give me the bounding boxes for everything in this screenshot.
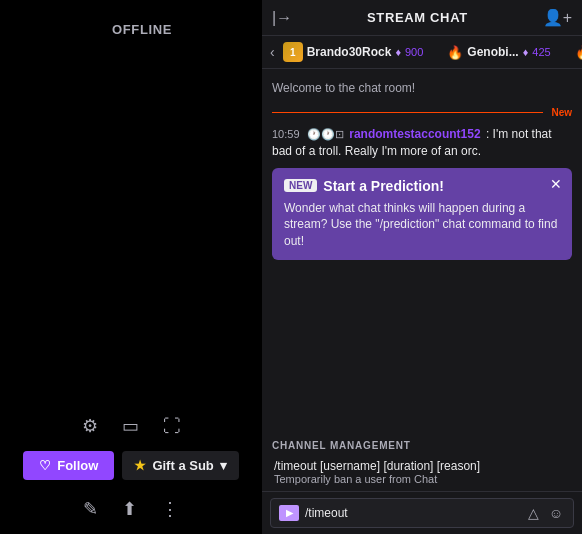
chat-messages-area: Welcome to the chat room! New 10:59 🕐🕐⊡ … [262,69,582,434]
gift-sub-button[interactable]: ★ Gift a Sub ▾ [122,451,238,480]
chat-text-input[interactable] [305,506,520,520]
chevron-down-icon: ▾ [220,458,227,473]
prediction-close-button[interactable]: ✕ [550,176,562,192]
star-icon: ★ [134,458,146,473]
new-messages-divider: New [272,107,572,118]
input-left-icon: ▶ [279,505,299,521]
command-name: /timeout [username] [duration] [reason] [274,459,570,473]
follow-button[interactable]: ♡ Follow [23,451,114,480]
command-suggestion[interactable]: /timeout [username] [duration] [reason] … [272,455,572,489]
input-emoji-icon[interactable]: ☺ [547,503,565,523]
offline-label: OFFLINE [112,22,172,37]
prediction-new-tag: NEW [284,179,317,192]
chatter-item: 1 Brando30Rock ♦ 900 [283,42,424,62]
chatter-name2: Genobi... [467,45,518,59]
chatters-row: ‹ 1 Brando30Rock ♦ 900 🔥 Genobi... ♦ 425… [262,36,582,69]
chatter-badge: 1 [283,42,303,62]
chat-collapse-icon[interactable]: |→ [272,9,292,27]
bits-icon3: 🔥 [575,45,582,60]
more-options-icon[interactable]: ⋮ [157,494,183,524]
bits-icon2: 🔥 [447,45,463,60]
prediction-body: Wonder what chat thinks will happen duri… [284,200,560,250]
chatters-prev-icon[interactable]: ‹ [270,44,275,60]
chat-message: 10:59 🕐🕐⊡ randomtestaccount152 : I'm not… [272,126,572,160]
bits-icon: ♦ [395,46,401,58]
prediction-title: Start a Prediction! [323,178,444,194]
heart-icon: ♡ [39,458,51,473]
chatter-item3: 🔥 OBFL4Y ♦ 318 [575,45,582,60]
bits-icon2: ♦ [523,46,529,58]
chatter-item: 🔥 Genobi... ♦ 425 [447,45,550,60]
input-upload-icon[interactable]: △ [526,503,541,523]
theater-mode-icon[interactable]: ▭ [118,411,143,441]
chat-input-area: ▶ △ ☺ [262,491,582,534]
divider-line [272,112,543,113]
chatter-bits2: 425 [532,46,550,58]
channel-management-section: CHANNEL MANAGEMENT /timeout [username] [… [262,434,582,491]
chat-settings-icon[interactable]: 👤+ [543,8,572,27]
welcome-message: Welcome to the chat room! [272,77,572,99]
chat-header: |→ STREAM CHAT 👤+ [262,0,582,36]
command-description: Temporarily ban a user from Chat [274,473,570,485]
fullscreen-icon[interactable]: ⛶ [159,412,185,441]
chatter-bits: 900 [405,46,423,58]
chat-input-wrapper: ▶ △ ☺ [270,498,574,528]
settings-icon[interactable]: ⚙ [78,411,102,441]
channel-mgmt-label: CHANNEL MANAGEMENT [272,440,572,451]
new-badge: New [551,107,572,118]
prediction-header: NEW Start a Prediction! [284,178,560,194]
message-username: randomtestaccount152 [349,127,480,141]
chat-title: STREAM CHAT [292,10,543,25]
edit-icon[interactable]: ✎ [79,494,102,524]
message-icons: 🕐🕐⊡ [307,128,344,140]
message-time: 10:59 [272,128,300,140]
prediction-banner: NEW Start a Prediction! ✕ Wonder what ch… [272,168,572,260]
input-actions: △ ☺ [526,503,565,523]
share-icon[interactable]: ⬆ [118,494,141,524]
chatter-name: Brando30Rock [307,45,392,59]
